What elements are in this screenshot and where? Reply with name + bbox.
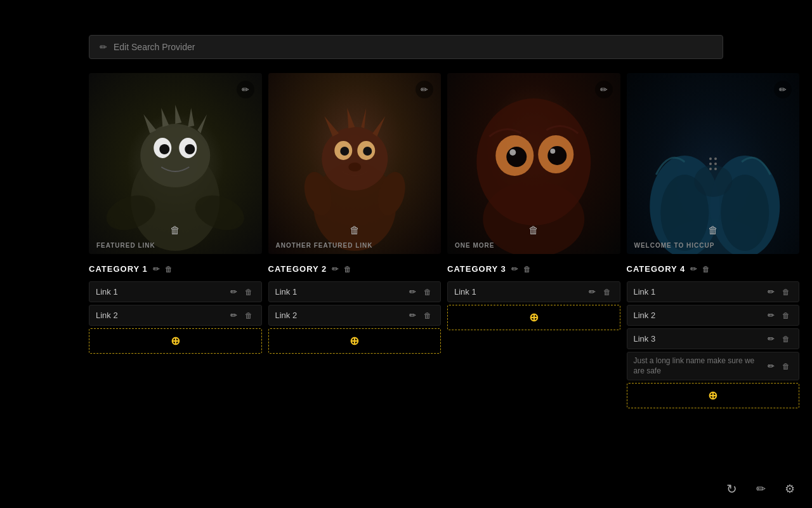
category-header-1: CATEGORY 1 🗑 [89,262,262,276]
svg-marker-10 [197,114,207,133]
link-4-1-delete[interactable]: 🗑 [780,286,792,298]
link-3-1-delete[interactable]: 🗑 [601,286,613,298]
card-1-label: FEATURED LINK [96,242,155,249]
svg-marker-18 [372,116,385,137]
category-3-delete-btn[interactable]: 🗑 [523,265,531,274]
card-4-drag-icon [709,157,717,170]
link-1-1-delete[interactable]: 🗑 [242,286,255,298]
link-4-4-edit[interactable] [765,360,777,372]
featured-card-3: ✏ 🗑 ONE MORE [447,73,620,254]
link-2-2-text: Link 2 [275,311,405,320]
svg-point-27 [476,98,591,225]
add-link-2-icon: ⊕ [350,334,359,348]
svg-point-1 [140,124,210,187]
svg-marker-7 [161,108,169,127]
svg-marker-15 [324,116,339,137]
svg-point-4 [159,144,169,154]
card-4-edit-icon[interactable]: ✏ [774,81,792,98]
link-1-1: Link 1 🗑 [89,281,262,302]
card-1-edit-icon[interactable]: ✏ [237,81,254,98]
link-1-2-text: Link 2 [96,311,225,320]
svg-point-14 [322,127,388,190]
featured-card-1: ✏ 🗑 FEATURED LINK [89,73,262,254]
refresh-btn[interactable]: ↻ [722,479,741,498]
settings-btn[interactable]: ⚙ [780,479,799,498]
svg-marker-16 [347,108,355,128]
link-4-4-text: Just a long link name make sure we are s… [634,356,763,376]
category-section-3: CATEGORY 3 🗑 Link 1 🗑 ⊕ [447,259,620,330]
search-placeholder: Edit Search Provider [114,42,195,52]
card-3-delete-icon[interactable]: 🗑 [528,225,539,236]
svg-point-32 [509,149,516,156]
column-4: ✏ 🗑 WELCOME TO HICCUP CATEGORY 4 🗑 Link … [627,73,800,408]
category-2-delete-btn[interactable]: 🗑 [344,265,351,274]
link-4-3-edit[interactable] [765,333,777,345]
link-2-1-edit[interactable] [407,286,419,298]
add-link-btn-1[interactable]: ⊕ [89,328,262,354]
add-link-4-icon: ⊕ [708,389,717,403]
card-4-delete-icon[interactable]: 🗑 [708,225,718,236]
link-2-1-delete[interactable]: 🗑 [421,286,434,298]
link-3-1-edit[interactable] [586,286,598,298]
svg-point-21 [340,147,349,156]
link-4-1: Link 1 🗑 [627,281,800,302]
add-link-btn-4[interactable]: ⊕ [627,383,800,408]
card-3-edit-icon[interactable]: ✏ [595,81,613,98]
link-1-1-text: Link 1 [96,287,225,297]
category-3-title: CATEGORY 3 [447,264,506,274]
link-1-2-edit[interactable] [228,309,240,321]
add-link-btn-2[interactable]: ⊕ [268,328,442,354]
category-1-delete-btn[interactable]: 🗑 [165,265,173,274]
card-1-delete-icon[interactable]: 🗑 [170,225,180,236]
svg-marker-6 [143,114,156,133]
link-4-1-edit[interactable] [765,286,777,298]
category-4-delete-btn[interactable]: 🗑 [702,265,710,274]
category-section-2: CATEGORY 2 🗑 Link 1 🗑 Link 2 🗑 ⊕ [268,259,442,354]
svg-point-22 [363,147,372,156]
link-4-1-text: Link 1 [634,287,763,297]
link-3-1: Link 1 🗑 [447,281,620,302]
featured-card-2: ✏ 🗑 ANOTHER FEATURED LINK [268,73,442,254]
card-2-delete-icon[interactable]: 🗑 [350,225,360,236]
category-section-4: CATEGORY 4 🗑 Link 1 🗑 Link 2 🗑 Link 3 🗑 [627,259,800,408]
link-4-3-text: Link 3 [634,334,763,344]
link-4-3: Link 3 🗑 [627,328,800,349]
svg-point-23 [348,163,361,171]
svg-point-5 [185,144,195,154]
link-2-2-edit[interactable] [407,309,419,321]
category-2-edit-btn[interactable] [332,264,339,274]
link-4-2-delete[interactable]: 🗑 [780,310,792,321]
category-3-edit-btn[interactable] [511,264,518,274]
svg-point-30 [506,147,527,167]
bottom-toolbar: ↻ ✏ ⚙ [722,479,799,498]
svg-marker-17 [361,108,366,128]
category-2-title: CATEGORY 2 [268,264,327,274]
category-4-edit-btn[interactable] [690,264,697,274]
card-3-label: ONE MORE [455,242,494,249]
column-3: ✏ 🗑 ONE MORE CATEGORY 3 🗑 Link 1 🗑 ⊕ [447,73,620,408]
link-1-2-delete[interactable]: 🗑 [242,310,255,321]
link-4-3-delete[interactable]: 🗑 [780,333,792,345]
category-1-edit-btn[interactable] [153,264,160,274]
link-1-2: Link 2 🗑 [89,305,262,326]
svg-marker-9 [188,108,194,127]
search-bar[interactable]: ✏ Edit Search Provider [89,35,723,59]
add-link-btn-3[interactable]: ⊕ [447,305,620,330]
edit-btn[interactable]: ✏ [751,479,770,498]
link-2-2: Link 2 🗑 [268,305,442,326]
link-1-1-edit[interactable] [228,286,240,298]
card-2-edit-icon[interactable]: ✏ [416,81,433,98]
link-4-2-text: Link 2 [634,311,763,320]
link-4-2-edit[interactable] [765,309,777,321]
main-content: ✏ 🗑 FEATURED LINK CATEGORY 1 🗑 Link 1 🗑 … [89,73,799,408]
svg-point-33 [550,149,555,154]
link-2-2-delete[interactable]: 🗑 [421,310,434,321]
add-link-3-icon: ⊕ [529,311,539,324]
link-4-4-delete[interactable]: 🗑 [780,361,792,372]
featured-card-4: ✏ 🗑 WELCOME TO HICCUP [627,73,800,254]
card-4-label: WELCOME TO HICCUP [634,242,715,249]
card-2-label: ANOTHER FEATURED LINK [276,242,373,249]
svg-marker-8 [175,105,181,124]
column-1: ✏ 🗑 FEATURED LINK CATEGORY 1 🗑 Link 1 🗑 … [89,73,262,408]
svg-point-31 [547,146,566,165]
